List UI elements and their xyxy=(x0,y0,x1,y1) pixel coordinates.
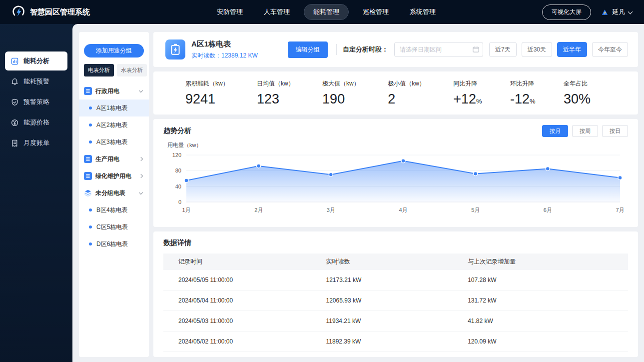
table-row: 2024/05/05 11:00:0012173.21 kW107.28 kW xyxy=(163,270,628,290)
data-table: 记录时间实时读数与上次记录增加量2024/05/05 11:00:0012173… xyxy=(163,254,628,352)
strategy-icon xyxy=(10,98,18,106)
stat: 极大值（kw）190 xyxy=(322,80,360,107)
top-nav-item[interactable]: 巡检管理 xyxy=(356,4,396,20)
top-nav-item[interactable]: 能耗管理 xyxy=(304,4,349,20)
stat-label: 累积能耗（kw） xyxy=(185,80,229,88)
sidebar-item-label: 能耗分析 xyxy=(23,56,49,66)
sidebar-item-label: 能耗预警 xyxy=(23,77,49,86)
data-table-card: 数据详情 记录时间实时读数与上次记录增加量2024/05/05 11:00:00… xyxy=(153,232,638,357)
table-header-cell: 记录时间 xyxy=(163,254,326,270)
add-group-button[interactable]: 添加用途分组 xyxy=(84,44,144,58)
top-nav-item[interactable]: 系统管理 xyxy=(403,4,443,20)
tree-item[interactable]: D区6栋电表 xyxy=(79,236,149,252)
svg-text:2月: 2月 xyxy=(254,207,263,213)
sidebar-item[interactable]: 月度账单 xyxy=(5,134,67,152)
date-range-picker[interactable] xyxy=(394,42,483,57)
top-nav-item[interactable]: 安防管理 xyxy=(210,4,250,20)
layers-icon xyxy=(84,189,92,197)
stat-value: 123 xyxy=(257,92,294,107)
period-button[interactable]: 今年至今 xyxy=(592,42,628,57)
stat: 极小值（kw）2 xyxy=(388,80,425,107)
stat: 环比升降-12% xyxy=(510,80,536,107)
svg-text:80: 80 xyxy=(175,168,181,174)
tree-item[interactable]: A区1栋电表 xyxy=(79,100,149,116)
sidebar-item[interactable]: 预警策略 xyxy=(5,92,67,112)
tree-group[interactable]: 生产用电 xyxy=(84,150,144,168)
bullet-dot-icon xyxy=(89,242,92,246)
tree-group[interactable]: 行政用电 xyxy=(84,82,144,100)
calendar-icon xyxy=(473,46,479,52)
stat: 累积能耗（kw）9241 xyxy=(185,80,229,107)
tree-item[interactable]: A区3栋电表 xyxy=(79,134,149,150)
stat-label: 极大值（kw） xyxy=(322,80,360,88)
period-buttons: 近7天近30天近半年今年至今 xyxy=(489,42,628,57)
meter-tab[interactable]: 水表分析 xyxy=(117,64,147,76)
bullet-dot-icon xyxy=(89,226,92,228)
trend-mode-buttons: 按月按周按日 xyxy=(542,125,628,137)
group-icon xyxy=(84,87,92,95)
table-cell: 12173.21 kW xyxy=(326,270,468,290)
table-row: 2024/05/04 11:00:0012065.93 kW131.72 kW xyxy=(163,290,628,311)
mode-button[interactable]: 按日 xyxy=(602,125,628,137)
meter-tab[interactable]: 电表分析 xyxy=(84,64,114,76)
table-title: 数据详情 xyxy=(163,238,628,248)
trend-chart-area: 04080120用电量（kw）1月2月3月4月5月6月7月 xyxy=(163,140,628,228)
svg-text:7月: 7月 xyxy=(616,207,624,213)
user-menu[interactable]: 延凡 xyxy=(601,8,632,16)
table-cell: 11934.21 kW xyxy=(326,311,468,332)
tree-item[interactable]: A区2栋电表 xyxy=(79,116,149,134)
tree-group[interactable]: 绿化维护用电 xyxy=(84,168,144,184)
table-header-cell: 与上次记录增加量 xyxy=(468,254,628,270)
group-icon xyxy=(84,172,92,180)
bill-icon xyxy=(10,139,18,147)
table-cell: 120.09 kW xyxy=(468,332,628,352)
tree-item[interactable]: B区4栋电表 xyxy=(79,202,149,218)
table-row: 2024/05/02 11:00:0011892.39 kW120.09 kW xyxy=(163,332,628,352)
trend-title: 趋势分析 xyxy=(163,126,191,136)
top-nav-item[interactable]: 人车管理 xyxy=(257,4,297,20)
svg-text:0: 0 xyxy=(178,199,181,205)
sidebar-item[interactable]: 能耗预警 xyxy=(5,72,67,91)
table-cell: 2024/05/04 11:00:00 xyxy=(163,290,326,311)
table-cell: 2024/05/03 11:00:00 xyxy=(163,311,326,332)
table-cell: 11892.39 kW xyxy=(326,332,468,352)
table-cell: 107.28 kW xyxy=(468,270,628,290)
app-title: 智慧园区管理系统 xyxy=(30,8,90,17)
sidebar-item[interactable]: 能源价格 xyxy=(5,113,67,132)
stat-value: 2 xyxy=(388,92,425,107)
chevron-right-icon xyxy=(139,174,143,178)
period-button[interactable]: 近半年 xyxy=(557,42,587,57)
period-button[interactable]: 近30天 xyxy=(522,42,552,57)
stat-value: 190 xyxy=(322,92,360,107)
meter-tabs: 电表分析水表分析 xyxy=(84,64,144,76)
svg-text:3月: 3月 xyxy=(327,207,335,213)
bullet-dot-icon xyxy=(89,106,92,110)
realtime-reading: 实时读数：12389.12 KW xyxy=(191,52,258,60)
stat: 日均值（kw）123 xyxy=(257,80,294,107)
sidebar-item[interactable]: 能耗分析 xyxy=(5,52,67,70)
svg-text:40: 40 xyxy=(175,184,181,190)
group-panel: 添加用途分组 电表分析水表分析 行政用电A区1栋电表A区2栋电表A区3栋电表生产… xyxy=(79,32,149,357)
chevron-down-icon xyxy=(628,9,633,14)
edit-group-button[interactable]: 编辑分组 xyxy=(288,42,328,58)
svg-text:用电量（kw）: 用电量（kw） xyxy=(167,142,201,148)
price-icon xyxy=(10,118,18,126)
main-content: 添加用途分组 电表分析水表分析 行政用电A区1栋电表A区2栋电表A区3栋电表生产… xyxy=(72,24,644,362)
tree-group[interactable]: 未分组电表 xyxy=(84,184,144,202)
sidebar-item-label: 能源价格 xyxy=(23,118,49,127)
mode-button[interactable]: 按周 xyxy=(572,125,598,137)
table-cell: 41.82 kW xyxy=(468,311,628,332)
mode-button[interactable]: 按月 xyxy=(542,125,568,137)
svg-text:120: 120 xyxy=(172,152,181,158)
svg-text:6月: 6月 xyxy=(544,207,552,213)
meter-icon xyxy=(165,40,185,60)
table-row: 2024/05/03 11:00:0011934.21 kW41.82 kW xyxy=(163,311,628,332)
period-button[interactable]: 近7天 xyxy=(489,42,517,57)
date-range-input[interactable] xyxy=(394,42,483,57)
stat-label: 全年占比 xyxy=(564,80,591,88)
big-screen-button[interactable]: 可视化大屏 xyxy=(542,4,591,20)
alert-icon xyxy=(10,78,18,86)
tree-item[interactable]: C区5栋电表 xyxy=(79,218,149,236)
table-cell: 12065.93 kW xyxy=(326,290,468,311)
top-nav: 安防管理人车管理能耗管理巡检管理系统管理 xyxy=(210,4,443,20)
